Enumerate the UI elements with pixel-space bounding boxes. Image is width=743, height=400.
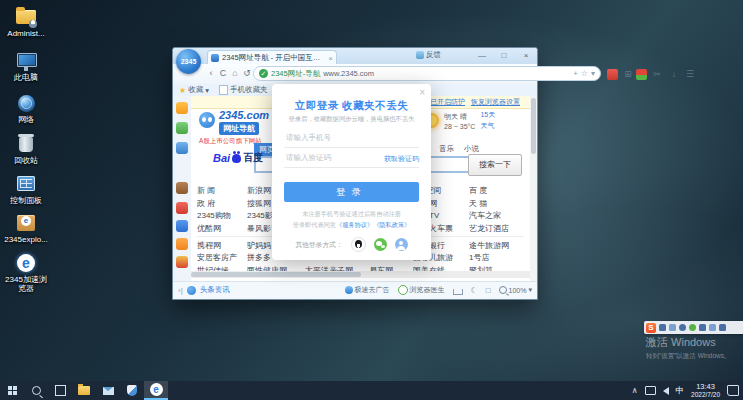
qq-login-icon[interactable]: [351, 237, 366, 252]
baidu-logo[interactable]: Bai 百度: [213, 151, 263, 165]
news-feed-link[interactable]: 头条资讯: [200, 285, 230, 295]
site-link[interactable]: 1号店: [469, 252, 521, 263]
browser-doctor-button[interactable]: 浏览器医生: [398, 285, 445, 295]
tab-close-icon[interactable]: ×: [328, 54, 333, 63]
desktop-icon-this-pc[interactable]: 此电脑: [2, 50, 50, 82]
sogou-logo-icon[interactable]: S: [646, 323, 656, 333]
desktop-icon-2345-explorer-setup[interactable]: 2345explo...: [2, 212, 50, 244]
site-link[interactable]: 百 度: [469, 185, 521, 196]
skin-icon[interactable]: [709, 324, 716, 331]
dropdown-caret-icon[interactable]: ▾: [591, 69, 595, 78]
volume-icon[interactable]: [663, 387, 669, 395]
privacy-policy-link[interactable]: 《隐私政策》: [373, 221, 410, 228]
scrollbar-thumb[interactable]: [531, 98, 536, 154]
site-link[interactable]: 艺龙订酒店: [469, 223, 521, 234]
input-method-indicator[interactable]: 中: [676, 385, 685, 397]
defender-button[interactable]: [120, 381, 144, 400]
search-tab[interactable]: 音乐: [439, 144, 454, 154]
add-bookmark-icon[interactable]: +: [573, 69, 578, 78]
zoom-control[interactable]: 100% ▾: [499, 286, 532, 294]
feedback-button[interactable]: 反馈: [416, 50, 441, 60]
mail-button[interactable]: [96, 381, 120, 400]
browser-logo[interactable]: 2345: [176, 49, 201, 74]
minimize-button[interactable]: —: [471, 48, 493, 63]
wechat-login-icon[interactable]: [374, 238, 387, 251]
game-center-icon[interactable]: [176, 182, 188, 194]
bookmark-favorites[interactable]: ★ 收藏 ▾: [179, 85, 209, 95]
address-bar[interactable]: ✓ 2345网址-导航 www.2345.com + ☆ ▾: [253, 66, 601, 81]
home-icon[interactable]: ⌂: [229, 67, 241, 80]
taskbar-2345-browser[interactable]: e: [144, 381, 168, 400]
restore-settings-link[interactable]: 恢复浏览器设置: [471, 97, 520, 107]
favorites-star-icon[interactable]: [176, 102, 188, 114]
collapse-panel-icon[interactable]: ‹|: [178, 286, 183, 295]
phone-input[interactable]: [284, 128, 419, 148]
bookmark-mobile-favorites[interactable]: 手机收藏夹: [219, 85, 268, 95]
task-view-button[interactable]: [48, 381, 72, 400]
back-icon[interactable]: ‹: [205, 67, 217, 80]
close-button[interactable]: ×: [515, 48, 537, 63]
download-tray-icon[interactable]: [453, 289, 463, 295]
vertical-scrollbar[interactable]: [530, 96, 537, 282]
site-link[interactable]: 天 猫: [469, 198, 521, 209]
search-button[interactable]: 搜索一下: [468, 154, 522, 176]
desktop-icon-2345-browser[interactable]: e 2345加速浏览器: [2, 252, 50, 293]
refresh-icon[interactable]: C: [217, 67, 229, 80]
browser-tab[interactable]: 2345网址导航 - 开启中国互联网... ×: [207, 50, 337, 65]
account-login-icon[interactable]: [395, 238, 408, 251]
night-mode-icon[interactable]: ☾: [471, 286, 478, 295]
keyboard-icon[interactable]: [699, 324, 706, 331]
ticket-grabber-icon[interactable]: [636, 69, 647, 80]
news-app-icon[interactable]: [176, 202, 188, 214]
ad-block-button[interactable]: 极速去广告: [345, 285, 390, 295]
sogou-input-toolbar[interactable]: S: [644, 321, 743, 334]
multi-window-icon[interactable]: □: [486, 286, 491, 295]
protection-link[interactable]: 已开启防护: [430, 97, 465, 107]
sidebar-app-icon[interactable]: [176, 220, 188, 232]
voice-icon[interactable]: [689, 324, 696, 331]
history-clock-icon[interactable]: [176, 122, 188, 134]
site-link[interactable]: 途牛旅游网: [469, 240, 521, 251]
sidebar-app-icon[interactable]: [176, 142, 188, 154]
site-link[interactable]: 安居客房产: [197, 252, 247, 263]
file-explorer-button[interactable]: [72, 381, 96, 400]
taskbar-clock[interactable]: 13:43 2022/7/20: [691, 383, 720, 399]
site-link[interactable]: 新 闻: [197, 185, 247, 196]
apps-grid-icon[interactable]: ⊞: [621, 67, 635, 81]
weather-widget[interactable]: 明天 晴 28 ~ 35°C 15天 天气: [424, 110, 516, 131]
tray-expand-icon[interactable]: ∧: [632, 386, 638, 395]
favorite-star-icon[interactable]: ☆: [581, 69, 588, 78]
desktop-icon-control-panel[interactable]: 控制面板: [2, 173, 50, 205]
dialog-close-icon[interactable]: ×: [419, 87, 425, 98]
history-dropdown-icon[interactable]: ↺: [241, 67, 253, 80]
input-mode-icon[interactable]: [659, 324, 666, 331]
weather-link[interactable]: 天气: [480, 121, 495, 131]
network-icon[interactable]: [645, 386, 656, 395]
site-link[interactable]: 汽车之家: [469, 210, 521, 221]
emoji-icon[interactable]: [679, 324, 686, 331]
site-link[interactable]: 携程网: [197, 240, 247, 251]
start-button[interactable]: [0, 381, 24, 400]
toolbox-icon[interactable]: [719, 324, 726, 331]
download-icon[interactable]: ↓: [667, 67, 681, 81]
maximize-button[interactable]: □: [493, 48, 515, 63]
desktop-icon-network[interactable]: 网络: [2, 92, 50, 124]
service-agreement-link[interactable]: 《服务协议》: [336, 221, 373, 228]
site-link[interactable]: 政 府: [197, 198, 247, 209]
scrollbar-thumb[interactable]: [191, 272, 361, 277]
site-link[interactable]: 2345购物: [197, 210, 247, 221]
search-tab[interactable]: 小说: [464, 144, 479, 154]
login-button[interactable]: 登录: [284, 182, 419, 202]
horizontal-scrollbar[interactable]: [191, 271, 530, 278]
menu-icon[interactable]: ☰: [683, 67, 697, 81]
scissors-capture-icon[interactable]: ✂: [650, 67, 664, 81]
get-code-link[interactable]: 获取验证码: [384, 154, 419, 164]
site-link[interactable]: 优酷网: [197, 223, 247, 234]
hot-app-icon[interactable]: [176, 256, 188, 268]
action-center-icon[interactable]: [727, 385, 739, 396]
forecast-link[interactable]: 15天: [480, 110, 495, 120]
screenshot-gallery-icon[interactable]: [607, 69, 618, 80]
desktop-icon-recycle-bin[interactable]: 回收站: [2, 133, 50, 165]
shopping-app-icon[interactable]: [176, 238, 188, 250]
desktop-icon-admin-folder[interactable]: Administ...: [2, 6, 50, 38]
